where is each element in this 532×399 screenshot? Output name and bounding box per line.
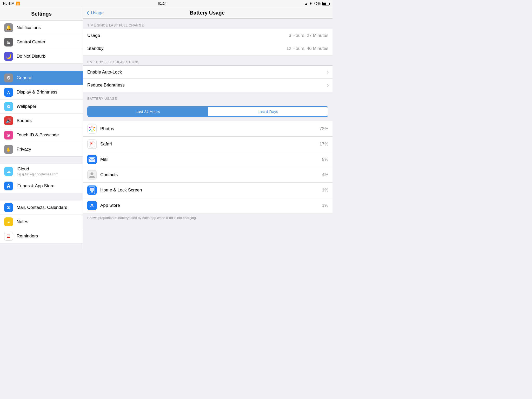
appstore-name: App Store xyxy=(100,203,322,208)
sidebar-item-notes[interactable]: ≡ Notes xyxy=(0,215,83,229)
sidebar-item-display-brightness[interactable]: A Display & Brightness xyxy=(0,85,83,99)
reminders-label: Reminders xyxy=(17,234,38,239)
homescreen-name: Home & Lock Screen xyxy=(100,188,322,193)
battery-usage-label: BATTERY USAGE xyxy=(83,97,332,102)
wallpaper-icon: ✿ xyxy=(4,102,13,111)
sidebar-group-1: 🔔 Notifications ⊞ Control Center 🌙 Do No… xyxy=(0,21,83,64)
sidebar-item-control-center[interactable]: ⊞ Control Center xyxy=(0,35,83,49)
sidebar-item-mail-contacts[interactable]: ✉ Mail, Contacts, Calendars xyxy=(0,201,83,215)
svg-point-19 xyxy=(90,172,93,175)
control-center-icon: ⊞ xyxy=(4,38,13,46)
usage-label: Usage xyxy=(87,33,289,38)
general-icon: ⚙ xyxy=(4,74,13,82)
suggestions-section: BATTERY LIFE SUGGESTIONS Enable Auto-Loc… xyxy=(83,60,332,92)
sidebar: Settings 🔔 Notifications ⊞ Control Cente… xyxy=(0,7,83,249)
mail-contacts-label: Mail, Contacts, Calendars xyxy=(17,205,67,210)
mail-pct: 5% xyxy=(322,157,328,162)
sidebar-item-touch-id[interactable]: ◉ Touch ID & Passcode xyxy=(0,128,83,142)
contacts-name: Contacts xyxy=(100,172,322,177)
app-row-photos: Photos 72% xyxy=(83,121,332,137)
sidebar-item-do-not-disturb[interactable]: 🌙 Do Not Disturb xyxy=(0,49,83,64)
privacy-icon: ✋ xyxy=(4,145,13,154)
svg-rect-23 xyxy=(91,191,92,192)
do-not-disturb-label: Do Not Disturb xyxy=(17,54,45,59)
do-not-disturb-icon: 🌙 xyxy=(4,52,13,61)
notes-label: Notes xyxy=(17,219,28,224)
sidebar-group-3: ☁ iCloud big.g.funk@googlemail.com A iTu… xyxy=(0,164,83,193)
sidebar-item-general[interactable]: ⚙ General xyxy=(0,71,83,85)
display-brightness-icon: A xyxy=(4,88,13,97)
app-row-safari: Safari 17% xyxy=(83,137,332,152)
app-usage-list: Photos 72% xyxy=(83,121,332,213)
auto-lock-row[interactable]: Enable Auto-Lock xyxy=(83,66,332,79)
reduce-brightness-row[interactable]: Reduce Brightness xyxy=(83,79,332,92)
svg-rect-24 xyxy=(92,191,93,192)
safari-icon xyxy=(87,139,97,149)
location-icon: ▲ xyxy=(304,2,308,5)
wallpaper-label: Wallpaper xyxy=(17,104,36,109)
status-time: 01:24 xyxy=(158,2,167,5)
display-brightness-label: Display & Brightness xyxy=(17,90,57,95)
safari-pct: 17% xyxy=(320,142,328,147)
tab-last-4-days[interactable]: Last 4 Days xyxy=(208,107,328,116)
svg-rect-17 xyxy=(89,157,95,162)
battery-icon xyxy=(322,2,329,5)
general-label: General xyxy=(17,75,32,81)
signal-label: No SIM xyxy=(3,2,14,5)
segmented-control: Last 24 Hours Last 4 Days xyxy=(87,106,328,117)
time-since-charge-card: Usage 3 Hours, 27 Minutes Standby 12 Hou… xyxy=(83,29,332,55)
sidebar-title: Settings xyxy=(31,11,52,17)
app-row-appstore: A App Store 1% xyxy=(83,198,332,213)
notifications-label: Notifications xyxy=(17,25,41,30)
photos-name: Photos xyxy=(100,126,320,131)
touch-id-label: Touch ID & Passcode xyxy=(17,132,59,138)
tab-last-24-hours[interactable]: Last 24 Hours xyxy=(88,107,208,116)
sounds-label: Sounds xyxy=(17,118,32,123)
status-bar: No SIM 📶 01:24 ▲ ✱ 49% xyxy=(0,0,332,7)
status-left: No SIM 📶 xyxy=(3,2,20,5)
app-row-mail: Mail 5% xyxy=(83,152,332,167)
sidebar-item-sounds[interactable]: 🔊 Sounds xyxy=(0,114,83,128)
sidebar-gap-2 xyxy=(0,157,83,164)
disclaimer: Shows proportion of battery used by each… xyxy=(83,213,332,225)
sidebar-item-notifications[interactable]: 🔔 Notifications xyxy=(0,21,83,35)
back-button[interactable]: Usage xyxy=(87,10,104,16)
bluetooth-icon: ✱ xyxy=(309,2,312,5)
wifi-icon: 📶 xyxy=(16,2,20,5)
homescreen-pct: 1% xyxy=(322,188,328,193)
privacy-label: Privacy xyxy=(17,147,31,152)
photos-icon xyxy=(87,124,97,134)
sidebar-gap-1 xyxy=(0,64,83,71)
back-label: Usage xyxy=(91,10,104,16)
sidebar-item-itunes-appstore[interactable]: A iTunes & App Store xyxy=(0,179,83,193)
content-header: Usage Battery Usage xyxy=(83,7,332,19)
mail-icon xyxy=(87,155,97,164)
sounds-icon: 🔊 xyxy=(4,116,13,125)
contacts-pct: 4% xyxy=(322,172,328,177)
control-center-label: Control Center xyxy=(17,39,45,45)
mail-name: Mail xyxy=(100,157,322,162)
sidebar-item-reminders[interactable]: ☰ Reminders xyxy=(0,229,83,243)
safari-name: Safari xyxy=(100,142,320,147)
sidebar-header: Settings xyxy=(0,7,83,21)
back-arrow-icon xyxy=(87,11,90,15)
battery-usage-section: BATTERY USAGE Last 24 Hours Last 4 Days xyxy=(83,97,332,225)
auto-lock-chevron xyxy=(325,70,329,74)
sidebar-item-icloud[interactable]: ☁ iCloud big.g.funk@googlemail.com xyxy=(0,164,83,179)
homescreen-icon xyxy=(87,185,97,195)
content-panel: Usage Battery Usage TIME SINCE LAST FULL… xyxy=(83,7,332,249)
standby-value: 12 Hours, 46 Minutes xyxy=(286,46,328,51)
icloud-text: iCloud big.g.funk@googlemail.com xyxy=(17,167,58,176)
reminders-icon: ☰ xyxy=(4,232,13,241)
sidebar-group-2: ⚙ General A Display & Brightness ✿ Wallp… xyxy=(0,71,83,157)
icloud-sublabel: big.g.funk@googlemail.com xyxy=(17,172,58,176)
status-right: ▲ ✱ 49% xyxy=(304,2,329,5)
usage-row: Usage 3 Hours, 27 Minutes xyxy=(83,29,332,42)
sidebar-item-wallpaper[interactable]: ✿ Wallpaper xyxy=(0,99,83,114)
reduce-brightness-label: Reduce Brightness xyxy=(87,83,324,88)
sidebar-item-privacy[interactable]: ✋ Privacy xyxy=(0,142,83,157)
notes-icon: ≡ xyxy=(4,217,13,226)
icloud-label: iCloud xyxy=(17,167,58,172)
suggestions-card: Enable Auto-Lock Reduce Brightness xyxy=(83,65,332,92)
sidebar-group-4: ✉ Mail, Contacts, Calendars ≡ Notes ☰ Re… xyxy=(0,201,83,243)
